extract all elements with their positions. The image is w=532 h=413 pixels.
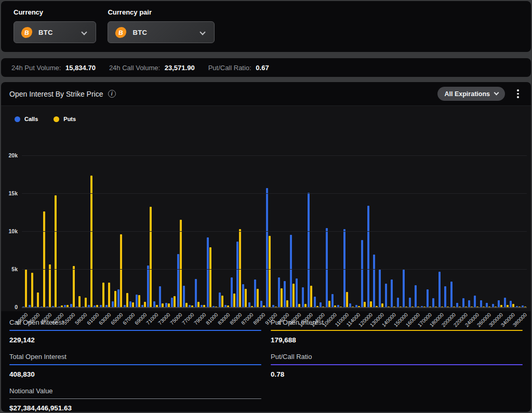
put-bar xyxy=(85,298,87,307)
legend-calls[interactable]: Calls xyxy=(15,116,38,122)
call-bar xyxy=(112,301,114,307)
put-volume-label: 24h Put Volume: xyxy=(11,64,61,72)
call-bar xyxy=(427,289,429,307)
call-bar xyxy=(308,193,310,307)
currency-pair-label: Currency pair xyxy=(108,8,215,16)
x-tick-label: 65000 xyxy=(110,312,124,326)
put-bar xyxy=(108,283,110,307)
x-tick-label: 67000 xyxy=(122,312,136,326)
put-bar xyxy=(37,292,39,307)
put-bar xyxy=(257,289,259,307)
call-bar xyxy=(456,303,458,307)
put-bar xyxy=(49,264,51,307)
call-bar xyxy=(415,285,417,307)
currency-dropdown[interactable]: B BTC xyxy=(14,21,96,43)
put-bar xyxy=(239,229,241,307)
x-axis-labels: 2000035000450005200055000580006100063000… xyxy=(22,308,527,335)
call-bar xyxy=(165,303,167,307)
call-bar xyxy=(136,295,138,307)
chart-region: Calls Puts 05k10k15k20k 2000035000450005… xyxy=(1,106,531,311)
call-bar xyxy=(260,301,262,307)
x-tick-label: 83000 xyxy=(217,312,231,326)
put-bar xyxy=(102,283,104,307)
put-bar xyxy=(43,211,45,307)
call-bar xyxy=(391,279,393,307)
bar-chart-plot[interactable]: 05k10k15k20k xyxy=(22,155,527,307)
y-tick-label: 15k xyxy=(8,190,18,196)
expirations-dropdown[interactable]: All Expirations xyxy=(437,87,505,101)
put-bar xyxy=(120,234,122,307)
put-bar xyxy=(292,284,295,307)
put-bar xyxy=(90,176,92,307)
chart-legend: Calls Puts xyxy=(1,113,531,125)
x-tick-label: 52000 xyxy=(50,312,64,326)
expirations-label: All Expirations xyxy=(444,90,490,98)
put-bar xyxy=(144,302,146,307)
notional-value-text: $27,384,446,951.63 xyxy=(9,404,261,412)
x-tick-label: 87000 xyxy=(241,312,255,326)
call-bar xyxy=(510,301,512,307)
call-bar xyxy=(248,302,250,307)
put-bar xyxy=(245,289,247,307)
y-tick-label: 0 xyxy=(15,304,18,310)
call-bar xyxy=(177,254,179,307)
call-bar xyxy=(468,300,470,307)
legend-calls-label: Calls xyxy=(24,116,38,122)
call-bar xyxy=(236,242,238,307)
call-volume-label: 24h Call Volume: xyxy=(109,64,160,72)
currency-pair-value: BTC xyxy=(132,29,147,36)
put-oi-value: 179,688 xyxy=(271,336,523,344)
call-bar xyxy=(480,300,482,307)
info-icon[interactable]: i xyxy=(108,90,116,98)
chevron-down-icon xyxy=(81,29,87,35)
call-bar xyxy=(462,298,464,307)
x-tick-label: 69000 xyxy=(134,312,148,326)
y-tick-label: 20k xyxy=(8,152,18,158)
call-bar xyxy=(147,265,149,307)
filter-panel: Currency B BTC Currency pair B BTC xyxy=(1,1,531,52)
currency-pair-filter: Currency pair B BTC xyxy=(108,8,215,43)
x-tick-label: 79000 xyxy=(193,312,207,326)
notional-label: Notional Value xyxy=(9,387,261,395)
x-tick-label: 91000 xyxy=(264,312,278,326)
x-tick-label: 55000 xyxy=(62,312,76,326)
call-bar xyxy=(159,286,161,307)
x-tick-label: 35000 xyxy=(26,312,41,326)
bitcoin-icon: B xyxy=(21,27,33,38)
call-bar xyxy=(331,294,334,307)
currency-pair-dropdown[interactable]: B BTC xyxy=(108,21,215,43)
y-tick-label: 10k xyxy=(8,228,18,234)
put-bar xyxy=(138,295,140,307)
x-tick-label: 89000 xyxy=(252,312,266,326)
call-bar xyxy=(385,284,387,307)
x-tick-label: 61000 xyxy=(86,312,100,326)
put-bar xyxy=(180,220,182,307)
put-bar xyxy=(364,302,366,307)
put-bar xyxy=(78,296,81,307)
put-call-ratio-value: 0.67 xyxy=(256,64,269,72)
put-call-ratio-summary: Put/Call Ratio 0.78 xyxy=(271,353,523,378)
notional-value: Notional Value $27,384,446,951.63 xyxy=(9,387,261,412)
put-bar xyxy=(370,301,372,307)
put-bar xyxy=(197,302,200,307)
x-tick-label: 81000 xyxy=(205,312,219,326)
put-bar xyxy=(126,293,128,307)
call-bar xyxy=(231,277,233,307)
total-oi-value: 408,830 xyxy=(9,370,261,378)
put-bar xyxy=(150,207,152,307)
legend-puts[interactable]: Puts xyxy=(54,116,76,122)
put-bar xyxy=(328,301,330,307)
call-bar xyxy=(278,277,280,307)
call-bar xyxy=(296,278,298,307)
call-bar xyxy=(367,206,369,307)
kebab-menu-icon[interactable] xyxy=(513,88,523,100)
call-bar xyxy=(397,298,399,307)
puts-dot-icon xyxy=(54,116,59,122)
call-bar xyxy=(444,286,446,307)
notional-divider xyxy=(9,398,261,399)
call-bar xyxy=(183,286,185,307)
call-bar xyxy=(349,303,351,307)
call-bar xyxy=(195,279,197,307)
put-bar xyxy=(286,300,288,307)
call-bar xyxy=(302,287,304,307)
